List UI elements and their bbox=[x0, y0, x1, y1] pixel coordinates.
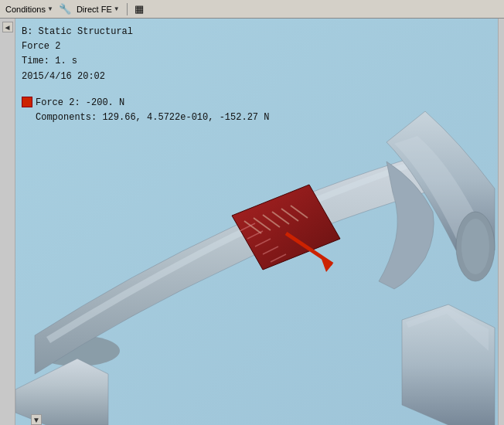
info-time: Time: 1. s bbox=[22, 54, 133, 69]
conditions-arrow: ▼ bbox=[47, 5, 53, 12]
info-title: B: Static Structural bbox=[22, 25, 133, 39]
toolbar-separator bbox=[127, 3, 128, 15]
right-panel-tab bbox=[498, 19, 504, 425]
legend-force-label: Force 2: -200. N bbox=[36, 97, 124, 108]
bottom-right-pipe bbox=[402, 304, 495, 425]
conditions-label: Conditions bbox=[5, 5, 46, 14]
legend-box: Force 2: -200. N Components: 129.66, 4.5… bbox=[22, 96, 269, 125]
toolbar: Conditions ▼ 🔧 Direct FE ▼ ▦ bbox=[0, 0, 504, 19]
svg-point-3 bbox=[461, 219, 489, 274]
direct-fe-dropdown[interactable]: Direct FE ▼ bbox=[73, 2, 124, 17]
left-panel-tab: ◄ bbox=[0, 19, 15, 425]
direct-fe-label: Direct FE bbox=[77, 5, 112, 14]
collapse-bottom-button[interactable]: ▼ bbox=[31, 414, 42, 425]
info-subtitle: Force 2 bbox=[22, 39, 133, 54]
legend-text-area: Force 2: -200. N Components: 129.66, 4.5… bbox=[36, 96, 269, 125]
info-date: 2015/4/16 20:02 bbox=[22, 70, 133, 84]
collapse-left-button[interactable]: ◄ bbox=[2, 22, 13, 32]
legend-color-swatch bbox=[22, 97, 32, 107]
toolbar-icon-conditions: 🔧 bbox=[59, 3, 71, 15]
toolbar-table-button[interactable]: ▦ bbox=[131, 2, 148, 17]
3d-viewport[interactable]: B: Static Structural Force 2 Time: 1. s … bbox=[15, 19, 498, 425]
main-area: ◄ bbox=[0, 19, 504, 425]
legend-components-label: Components: 129.66, 4.5722e-010, -152.27… bbox=[36, 112, 269, 123]
direct-fe-arrow: ▼ bbox=[114, 5, 120, 12]
conditions-dropdown[interactable]: Conditions ▼ bbox=[2, 2, 57, 17]
table-icon: ▦ bbox=[135, 3, 144, 15]
info-overlay: B: Static Structural Force 2 Time: 1. s … bbox=[22, 25, 133, 84]
